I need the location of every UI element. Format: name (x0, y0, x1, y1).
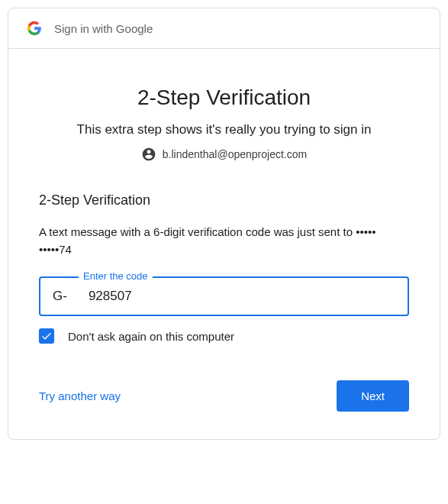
dont-ask-checkbox[interactable] (39, 328, 54, 344)
signin-card: Sign in with Google 2-Step Verification … (8, 8, 440, 440)
code-prefix: G- (53, 289, 67, 304)
code-field-label: Enter the code (79, 270, 153, 282)
checkmark-icon (40, 330, 53, 342)
code-input[interactable] (89, 289, 395, 304)
dont-ask-label: Don't ask again on this computer (68, 330, 234, 343)
dont-ask-row: Don't ask again on this computer (39, 328, 409, 344)
card-content: 2-Step Verification This extra step show… (8, 49, 440, 439)
code-field-container[interactable]: Enter the code G- (39, 276, 409, 316)
card-header: Sign in with Google (8, 8, 440, 49)
next-button[interactable]: Next (337, 380, 409, 412)
page-subtitle: This extra step shows it's really you tr… (39, 122, 409, 137)
section-heading: 2-Step Verification (39, 192, 409, 208)
account-circle-icon (141, 147, 156, 162)
page-title: 2-Step Verification (39, 86, 409, 110)
google-logo-icon (27, 21, 42, 36)
actions-row: Try another way Next (39, 380, 409, 412)
account-chip[interactable]: b.lindenthal@openproject.com (39, 147, 409, 162)
header-title: Sign in with Google (54, 22, 153, 35)
account-email: b.lindenthal@openproject.com (163, 148, 307, 160)
try-another-way-button[interactable]: Try another way (39, 389, 121, 402)
description-text: A text message with a 6-digit verificati… (39, 224, 409, 258)
